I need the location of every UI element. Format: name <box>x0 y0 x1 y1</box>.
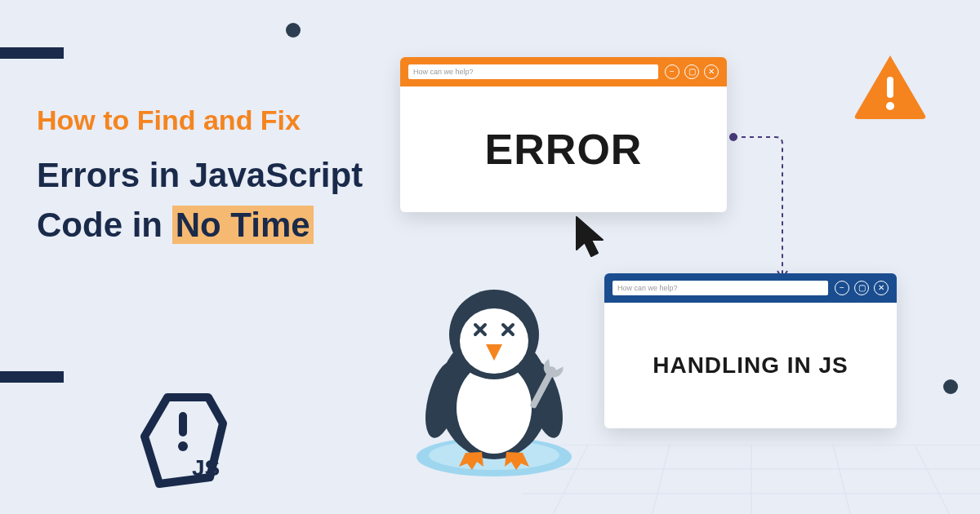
minimize-icon: − <box>665 64 679 79</box>
js-badge-text: JS <box>192 455 220 481</box>
svg-line-8 <box>833 445 858 514</box>
window-controls: − ▢ ✕ <box>665 64 719 79</box>
svg-point-14 <box>178 441 188 451</box>
svg-rect-11 <box>887 77 893 98</box>
maximize-icon: ▢ <box>684 64 699 79</box>
decorative-dot-right <box>943 379 958 394</box>
error-window-body: ERROR <box>400 86 727 212</box>
svg-line-9 <box>915 445 964 514</box>
minimize-icon: − <box>835 281 849 295</box>
headline: How to Find and Fix Errors in JavaScript… <box>37 104 429 250</box>
penguin-illustration <box>400 277 588 481</box>
maximize-icon: ▢ <box>854 281 869 295</box>
cursor-icon <box>572 214 614 261</box>
decorative-bar-top <box>0 47 64 59</box>
search-input: How can we help? <box>612 281 828 295</box>
svg-point-12 <box>886 102 894 110</box>
close-icon: ✕ <box>874 281 889 295</box>
handling-window-body: HANDLING IN JS <box>604 303 897 428</box>
svg-rect-13 <box>179 412 187 436</box>
headline-line1: How to Find and Fix <box>37 104 429 136</box>
svg-point-22 <box>460 308 528 374</box>
error-window: How can we help? − ▢ ✕ ERROR <box>400 57 727 212</box>
warning-icon <box>849 51 931 124</box>
decorative-bar-bottom <box>0 371 64 383</box>
handling-window: How can we help? − ▢ ✕ HANDLING IN JS <box>604 273 897 428</box>
search-input: How can we help? <box>408 64 658 79</box>
svg-point-10 <box>729 133 737 141</box>
headline-highlight: No Time <box>172 206 314 244</box>
decorative-dot-top <box>286 23 301 38</box>
window-controls: − ▢ ✕ <box>835 281 889 295</box>
svg-line-6 <box>645 445 670 514</box>
headline-line2: Errors in JavaScript Code in No Time <box>37 151 429 250</box>
close-icon: ✕ <box>704 64 719 79</box>
grid-floor <box>523 445 980 514</box>
js-badge-icon: JS <box>135 388 233 494</box>
error-window-titlebar: How can we help? − ▢ ✕ <box>400 57 727 86</box>
handling-window-titlebar: How can we help? − ▢ ✕ <box>604 273 897 303</box>
